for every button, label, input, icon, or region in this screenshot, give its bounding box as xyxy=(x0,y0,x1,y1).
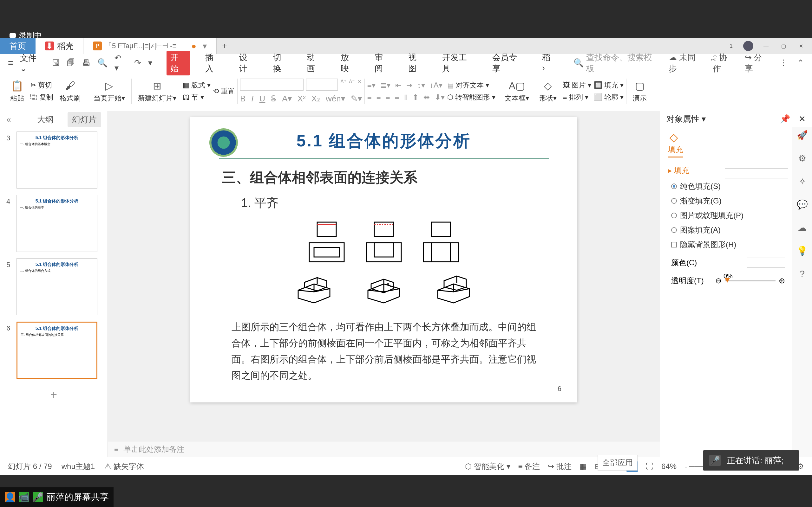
help-icon[interactable]: ? xyxy=(800,269,805,279)
textbox-label[interactable]: 文本框▾ xyxy=(505,94,529,103)
from-current-icon[interactable]: ▷ xyxy=(103,79,116,92)
thumbnail-list[interactable]: 3 5.1 组合体的形体分析一. 组合体的基本概念 4 5.1 组合体的形体分析… xyxy=(0,128,107,457)
print-icon[interactable]: 🖶 xyxy=(82,58,90,68)
distribute-icon[interactable]: ⫴ xyxy=(404,93,408,102)
font-family-select[interactable] xyxy=(240,78,304,91)
layout-button[interactable]: ▦ 版式▾ xyxy=(183,80,211,90)
collapse-panel-icon[interactable]: « xyxy=(6,115,11,124)
v-bot-icon[interactable]: ⬇▾ xyxy=(435,93,445,102)
slide-thumb-5[interactable]: 5 5.1 组合体的形体分析二. 组合体的组合方式 xyxy=(6,258,101,315)
tab-home[interactable]: 首页 xyxy=(0,38,36,54)
opacity-decrease[interactable]: ⊖ xyxy=(715,276,722,285)
pinyin-icon[interactable]: wén▾ xyxy=(326,94,345,104)
workspace-icon[interactable]: 1 xyxy=(727,42,735,50)
menu-tab-transition[interactable]: 切换 xyxy=(270,51,292,75)
print-preview-icon[interactable]: 🔍 xyxy=(97,58,107,68)
fill-tab-icon[interactable] xyxy=(668,133,679,145)
menu-tab-slideshow[interactable]: 放映 xyxy=(338,51,359,75)
menu-tab-review[interactable]: 审阅 xyxy=(372,51,393,75)
paste-icon[interactable]: 📋 xyxy=(11,79,23,92)
sync-status[interactable]: ☁ 未同步 xyxy=(669,52,703,74)
close-button[interactable]: ✕ xyxy=(796,41,806,51)
cloud-tool-icon[interactable]: ☁ xyxy=(798,222,807,233)
view-normal-icon[interactable]: ▦ xyxy=(579,462,587,471)
checkbox-hide-bg[interactable]: 隐藏背景图形(H) xyxy=(671,239,788,250)
slide-thumb-3[interactable]: 3 5.1 组合体的形体分析一. 组合体的基本概念 xyxy=(6,131,101,188)
shape-icon[interactable]: ◇ xyxy=(542,79,554,92)
superscript-icon[interactable]: X² xyxy=(298,94,306,104)
text-direction-icon[interactable]: ↓A▾ xyxy=(430,81,443,90)
align-right-icon[interactable]: ≡ xyxy=(386,93,390,102)
missing-font-warning[interactable]: ⚠ 缺失字体 xyxy=(104,461,144,471)
zoom-level[interactable]: 64% xyxy=(661,462,676,471)
collab-button[interactable]: ೢ 协作 xyxy=(713,52,735,74)
align-justify-icon[interactable]: ≡ xyxy=(395,93,399,102)
menu-tab-vip[interactable]: 会员专享 xyxy=(490,51,527,75)
search-box[interactable]: 🔍 查找命令、搜索模板 xyxy=(573,52,659,74)
mic-icon[interactable]: 🎤 xyxy=(33,492,43,502)
hamburger-icon[interactable]: ≡ xyxy=(8,58,13,68)
undo-icon[interactable]: ↶ ▾ xyxy=(114,53,127,73)
opacity-slider[interactable] xyxy=(725,280,775,281)
save-icon[interactable]: 🖫 xyxy=(52,58,60,68)
increase-font-icon[interactable]: A⁺ xyxy=(340,78,346,91)
menu-tab-devtools[interactable]: 开发工具 xyxy=(440,51,477,75)
numbering-icon[interactable]: ≣▾ xyxy=(380,81,391,90)
star-icon[interactable]: ✧ xyxy=(799,176,806,187)
outline-button[interactable]: ⬜ 轮廓▾ xyxy=(594,93,623,102)
section-button[interactable]: 🕮 节▾ xyxy=(183,93,211,102)
notes-bar[interactable]: ≡ 单击此处添加备注 xyxy=(108,441,660,457)
align-center-icon[interactable]: ≡ xyxy=(376,93,381,102)
radio-pattern-fill[interactable]: 图案填充(A) xyxy=(671,225,788,235)
slide-thumb-6[interactable]: 6 5.1 组合体的形体分析三. 组合体相邻表面的连接关系 xyxy=(6,322,101,379)
subscript-icon[interactable]: X₂ xyxy=(311,94,320,104)
indent-right-icon[interactable]: ⇥ xyxy=(406,81,413,90)
tab-daoke[interactable]: ⬇ 稻壳 xyxy=(36,38,84,54)
line-spacing-icon[interactable]: ↕▾ xyxy=(417,81,425,90)
v-top-icon[interactable]: ⬆ xyxy=(412,93,419,102)
menu-tab-start[interactable]: 开始 xyxy=(166,51,190,75)
new-slide-label[interactable]: 新建幻灯片▾ xyxy=(138,94,176,103)
smart-beauty-button[interactable]: ⬡ 智能美化 ▾ xyxy=(465,461,510,471)
fill-tab-label[interactable]: 填充 xyxy=(668,145,683,158)
v-mid-icon[interactable]: ⬌ xyxy=(423,93,430,102)
bullets-icon[interactable]: ≡▾ xyxy=(367,81,375,90)
close-panel-icon[interactable]: ✕ xyxy=(799,114,806,124)
save-as-icon[interactable]: 🗐 xyxy=(67,58,75,68)
more-icon[interactable]: ⋮ xyxy=(779,58,788,68)
font-color-icon[interactable]: A▾ xyxy=(282,94,292,104)
underline-icon[interactable]: U xyxy=(259,94,265,104)
align-left-icon[interactable]: ≡ xyxy=(367,93,372,102)
menu-tab-animation[interactable]: 动画 xyxy=(304,51,325,75)
strike-icon[interactable]: S̶ xyxy=(271,94,276,104)
smart-graphic-button[interactable]: ⬡ 转智能图形▾ xyxy=(447,93,496,102)
file-menu[interactable]: 文件 ⌄ xyxy=(20,53,44,73)
fill-preset-select[interactable] xyxy=(725,168,788,178)
share-button[interactable]: ↪ 分享 xyxy=(745,52,770,74)
color-picker[interactable] xyxy=(747,258,785,268)
format-painter-icon[interactable]: 🖌 xyxy=(64,79,77,92)
comments-toggle[interactable]: ↪ 批注 xyxy=(548,461,571,471)
notes-toggle[interactable]: ≡ 备注 xyxy=(518,461,540,471)
fill-section[interactable]: 填充 xyxy=(668,165,689,176)
radio-texture-fill[interactable]: 图片或纹理填充(P) xyxy=(671,210,788,221)
format-painter-label[interactable]: 格式刷 xyxy=(60,94,81,103)
settings-sliders-icon[interactable]: ⚙ xyxy=(798,153,806,164)
cut-button[interactable]: ✂ 剪切 xyxy=(31,80,53,90)
arrange-button[interactable]: ≡ 排列▾ xyxy=(563,93,591,102)
redo-icon[interactable]: ↷ xyxy=(134,58,141,68)
fit-icon[interactable]: ⛶ xyxy=(646,462,653,471)
picture-button[interactable]: 🖼 图片▾ xyxy=(563,80,591,90)
customize-icon[interactable]: ▾ xyxy=(148,58,152,68)
bold-icon[interactable]: B xyxy=(240,94,246,104)
new-slide-icon[interactable]: ⊞ xyxy=(151,79,164,92)
rocket-icon[interactable]: 🚀 xyxy=(797,130,808,140)
video-icon[interactable]: 📹 xyxy=(19,492,29,502)
present-icon[interactable]: ▢ xyxy=(633,79,646,92)
minimize-button[interactable]: — xyxy=(761,41,771,51)
maximize-button[interactable]: ▢ xyxy=(779,41,788,51)
panel-tab-slides[interactable]: 幻灯片 xyxy=(67,112,101,127)
font-size-select[interactable] xyxy=(306,78,338,91)
menu-tab-insert[interactable]: 插入 xyxy=(203,51,224,75)
from-current-label[interactable]: 当页开始▾ xyxy=(94,94,125,103)
